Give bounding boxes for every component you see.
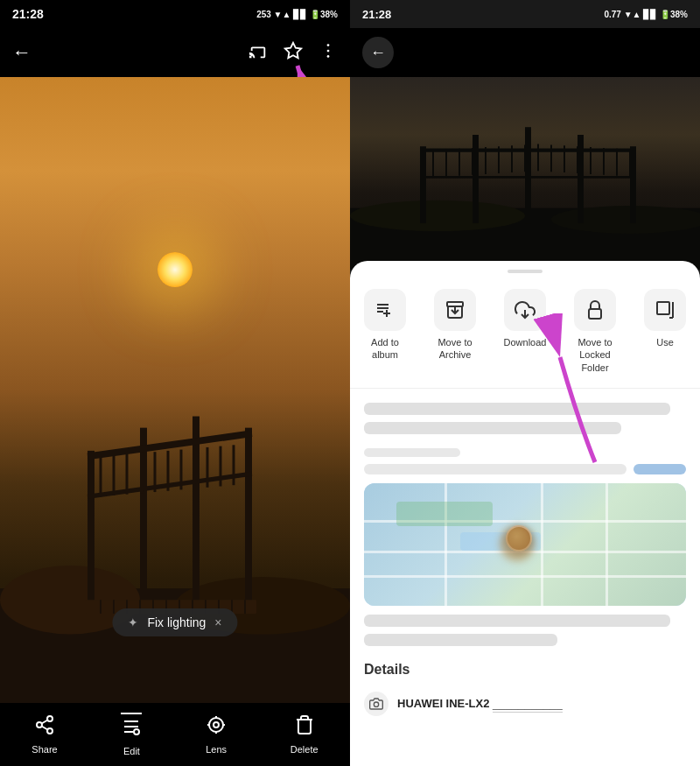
fix-lighting-label: Fix lighting xyxy=(147,615,206,629)
download-icon-box xyxy=(504,289,546,331)
svg-marker-0 xyxy=(285,42,301,57)
status-bar-right: 21:28 0.77 ▼▲ ▊▊ 🔋38% xyxy=(350,0,700,28)
lens-toolbar-item[interactable]: Lens xyxy=(206,714,227,755)
photo-area-right xyxy=(350,77,700,270)
sheet-content[interactable]: Details HUAWEI INE-LX2 ___________ xyxy=(350,389,700,766)
camera-model: HUAWEI INE-LX2 ___________ xyxy=(397,697,563,710)
download-label: Download xyxy=(504,336,547,348)
status-icons-left: 253 ▼▲ ▊▊ 🔋38% xyxy=(256,10,338,19)
svg-line-12 xyxy=(88,433,252,456)
signal-icons-left: 253 ▼▲ ▊▊ 🔋38% xyxy=(256,10,338,19)
top-bar-right: ← xyxy=(350,28,700,77)
move-to-locked-icon-box xyxy=(574,289,616,331)
info-row-2 xyxy=(364,422,621,434)
lens-icon xyxy=(206,714,227,741)
svg-point-38 xyxy=(47,716,52,721)
use-as-icon-box xyxy=(644,289,686,331)
edit-icon xyxy=(121,716,142,742)
photo-bg-right xyxy=(350,77,700,270)
svg-point-93 xyxy=(374,702,378,706)
svg-line-41 xyxy=(42,727,48,730)
sun-element xyxy=(158,252,192,287)
info-row-4 xyxy=(364,615,670,627)
svg-point-2 xyxy=(327,49,330,52)
move-to-archive-label: Move toArchive xyxy=(438,336,472,362)
time-right: 21:28 xyxy=(362,8,391,21)
map-area[interactable] xyxy=(364,483,686,606)
share-toolbar-item[interactable]: Share xyxy=(32,714,57,755)
svg-rect-58 xyxy=(472,135,479,223)
info-row-5 xyxy=(364,634,557,646)
bridge-silhouette-right xyxy=(350,116,700,270)
details-title: Details xyxy=(364,662,686,678)
move-to-locked-label: Move toLockedFolder xyxy=(578,336,612,374)
svg-point-3 xyxy=(327,55,330,58)
share-label: Share xyxy=(32,744,57,755)
svg-point-40 xyxy=(47,728,52,734)
svg-point-1 xyxy=(327,44,330,46)
svg-rect-60 xyxy=(578,135,584,223)
svg-rect-57 xyxy=(420,146,426,223)
cast-icon[interactable] xyxy=(248,41,268,65)
edit-toolbar-item[interactable]: Edit xyxy=(121,713,142,756)
add-to-album-label: Add toalbum xyxy=(371,336,399,362)
info-row-1 xyxy=(364,403,670,415)
sparkle-icon: ✦ xyxy=(128,615,138,629)
delete-label: Delete xyxy=(290,744,318,755)
use-as-label: Use xyxy=(656,336,674,348)
svg-rect-59 xyxy=(525,127,531,223)
pill-close-button[interactable]: × xyxy=(214,615,221,629)
details-section: Details HUAWEI INE-LX2 ___________ xyxy=(364,653,686,730)
top-action-icons xyxy=(248,41,338,65)
bottom-sheet: Add toalbum Move toArchive xyxy=(350,261,700,766)
left-panel: 21:28 253 ▼▲ ▊▊ 🔋38% ← xyxy=(0,0,350,766)
bottom-toolbar-left: Share Edit xyxy=(0,703,350,766)
details-camera-row: HUAWEI INE-LX2 ___________ xyxy=(364,686,686,721)
star-icon[interactable] xyxy=(284,41,303,65)
use-as-action[interactable]: Use xyxy=(630,289,700,374)
add-to-album-icon-box xyxy=(364,289,406,331)
move-to-archive-icon-box xyxy=(434,289,476,331)
sheet-handle xyxy=(508,270,542,273)
move-to-locked-action[interactable]: Move toLockedFolder xyxy=(560,289,630,374)
svg-line-42 xyxy=(42,720,48,724)
svg-rect-89 xyxy=(657,302,669,314)
back-button-right[interactable]: ← xyxy=(362,37,394,68)
time-left: 21:28 xyxy=(12,7,44,21)
status-bar-left: 21:28 253 ▼▲ ▊▊ 🔋38% xyxy=(0,0,350,28)
camera-icon xyxy=(364,692,388,716)
svg-rect-10 xyxy=(192,416,200,611)
top-bar-left: ← xyxy=(0,28,350,77)
info-row-3 xyxy=(364,448,460,457)
svg-point-48 xyxy=(209,718,223,732)
delete-icon xyxy=(294,714,315,741)
map-background xyxy=(364,483,686,606)
move-to-archive-action[interactable]: Move toArchive xyxy=(420,289,490,374)
delete-toolbar-item[interactable]: Delete xyxy=(290,714,318,755)
lens-label: Lens xyxy=(206,744,227,755)
bridge-silhouette-left xyxy=(0,359,350,703)
svg-rect-61 xyxy=(630,146,636,223)
status-icons-right: 0.77 ▼▲ ▊▊ 🔋38% xyxy=(604,10,688,19)
map-road-v2 xyxy=(541,483,543,606)
svg-point-39 xyxy=(37,722,42,727)
edit-label: Edit xyxy=(123,746,140,756)
svg-rect-88 xyxy=(589,309,601,319)
download-action[interactable]: Download xyxy=(490,289,560,374)
right-panel: 21:28 0.77 ▼▲ ▊▊ 🔋38% ← xyxy=(350,0,700,766)
map-road-v3 xyxy=(606,483,608,606)
svg-rect-8 xyxy=(88,451,94,612)
svg-point-49 xyxy=(214,722,219,727)
svg-point-55 xyxy=(350,200,525,231)
svg-line-13 xyxy=(88,474,252,496)
map-road-h3 xyxy=(364,575,686,578)
back-button-left[interactable]: ← xyxy=(12,41,32,64)
fix-lighting-pill[interactable]: ✦ Fix lighting × xyxy=(112,608,237,636)
more-icon[interactable] xyxy=(318,41,338,65)
svg-rect-11 xyxy=(245,427,252,611)
share-icon xyxy=(34,714,55,741)
add-to-album-action[interactable]: Add toalbum xyxy=(350,289,420,374)
svg-rect-85 xyxy=(447,302,463,306)
sheet-actions: Add toalbum Move toArchive xyxy=(350,280,700,389)
